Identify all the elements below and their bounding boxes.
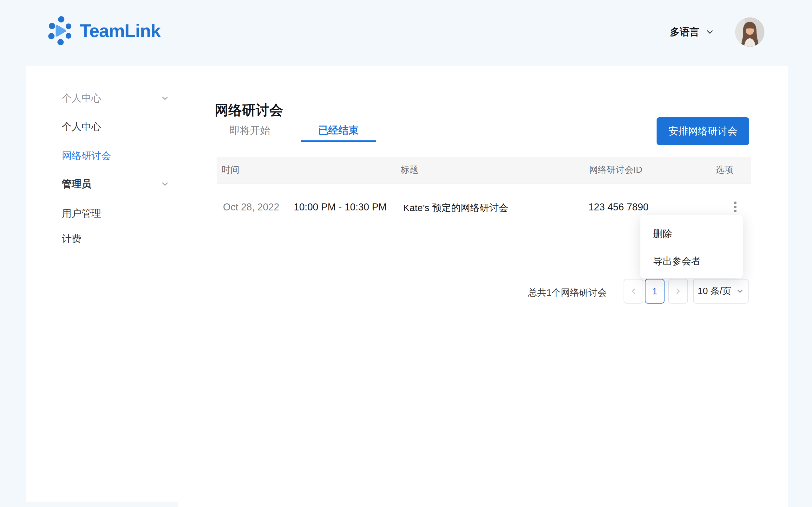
tab-label: 已经结束 bbox=[318, 124, 359, 137]
page-size-label: 10 条/页 bbox=[698, 285, 731, 297]
chevron-down-icon bbox=[160, 179, 170, 189]
schedule-webinar-button[interactable]: 安排网络研讨会 bbox=[657, 117, 749, 145]
avatar-image bbox=[735, 17, 764, 47]
column-header-title: 标题 bbox=[401, 157, 418, 183]
next-page-button[interactable] bbox=[668, 279, 688, 303]
sidebar-group-personal-center[interactable]: 个人中心 bbox=[62, 89, 170, 108]
cell-time-range: 10:00 PM - 10:30 PM bbox=[294, 202, 387, 213]
teamlink-logo-icon bbox=[48, 16, 72, 46]
prev-page-button[interactable] bbox=[623, 279, 643, 303]
current-page-button[interactable]: 1 bbox=[645, 279, 664, 303]
top-bar: TeamLink 多语言 bbox=[0, 0, 812, 66]
column-header-options: 选项 bbox=[716, 157, 733, 183]
column-header-webinar-id: 网络研讨会ID bbox=[589, 157, 642, 183]
sidebar-group-label: 个人中心 bbox=[62, 92, 101, 105]
kebab-icon bbox=[734, 210, 737, 212]
content-card: 个人中心 个人中心 网络研讨会 管理员 用户管理 计费 网络研讨会 bbox=[26, 66, 788, 507]
total-count-label: 总共1个网络研讨会 bbox=[480, 286, 607, 299]
tab-ended[interactable]: 已经结束 bbox=[301, 119, 376, 142]
chevron-down-icon bbox=[160, 94, 170, 103]
table-header-row: 时间 标题 网络研讨会ID 选项 bbox=[217, 157, 751, 183]
sidebar-item-label: 网络研讨会 bbox=[62, 149, 111, 163]
sidebar-group-label: 管理员 bbox=[62, 177, 91, 191]
sidebar-item-user-management[interactable]: 用户管理 bbox=[62, 204, 170, 223]
row-options-button[interactable] bbox=[728, 197, 742, 217]
language-switcher[interactable]: 多语言 bbox=[670, 25, 715, 39]
sidebar-group-admin[interactable]: 管理员 bbox=[62, 175, 170, 193]
brand-name: TeamLink bbox=[80, 20, 160, 41]
sidebar-item-webinars[interactable]: 网络研讨会 bbox=[62, 147, 170, 165]
row-context-menu: 删除 导出参会者 bbox=[641, 215, 743, 278]
language-label: 多语言 bbox=[670, 25, 699, 39]
chevron-down-icon bbox=[736, 287, 744, 295]
tab-upcoming[interactable]: 即将开始 bbox=[212, 119, 287, 142]
chevron-down-icon bbox=[705, 27, 715, 37]
chevron-right-icon bbox=[674, 287, 682, 296]
brand-logo[interactable]: TeamLink bbox=[48, 16, 160, 46]
page-size-select[interactable]: 10 条/页 bbox=[693, 279, 749, 303]
user-avatar[interactable] bbox=[735, 17, 764, 47]
sidebar-item-label: 个人中心 bbox=[62, 120, 101, 133]
kebab-icon bbox=[734, 206, 737, 208]
sidebar-item-label: 计费 bbox=[62, 232, 82, 245]
menu-item-export-participants[interactable]: 导出参会者 bbox=[641, 248, 743, 274]
sidebar-item-personal-center[interactable]: 个人中心 bbox=[62, 117, 170, 136]
chevron-left-icon bbox=[629, 287, 638, 296]
cell-date: Oct 28, 2022 bbox=[223, 202, 280, 213]
kebab-icon bbox=[734, 202, 737, 204]
webinar-admin-page: TeamLink 多语言 个人中心 个人中心 bbox=[0, 0, 812, 507]
menu-item-delete[interactable]: 删除 bbox=[641, 221, 743, 247]
tab-bar: 即将开始 已经结束 bbox=[212, 119, 376, 142]
cell-title: Kate’s 预定的网络研讨会 bbox=[403, 202, 508, 215]
sidebar-item-billing[interactable]: 计费 bbox=[62, 229, 170, 248]
tab-label: 即将开始 bbox=[230, 124, 270, 137]
bottom-left-strip bbox=[0, 502, 178, 507]
sidebar-item-label: 用户管理 bbox=[62, 207, 101, 220]
column-header-time: 时间 bbox=[222, 157, 240, 183]
page-title: 网络研讨会 bbox=[215, 102, 283, 118]
cell-webinar-id: 123 456 7890 bbox=[589, 202, 649, 213]
